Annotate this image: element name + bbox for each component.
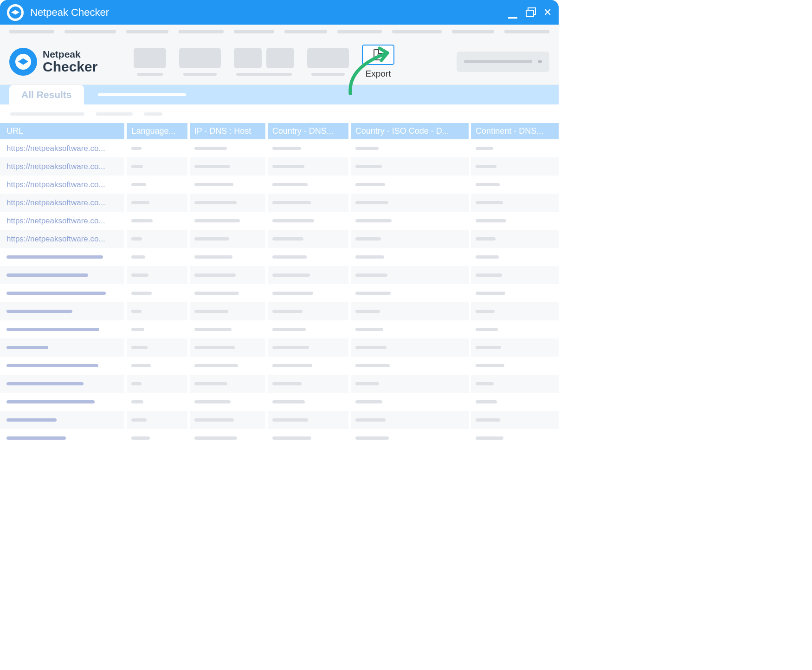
column-iso[interactable]: Country - ISO Code - D...	[351, 123, 469, 139]
cell	[190, 266, 265, 284]
cell	[351, 375, 469, 393]
toolbar: Netpeak Checker Export	[0, 39, 559, 85]
cell	[471, 157, 559, 176]
menu-item[interactable]	[337, 30, 382, 33]
menu-item[interactable]	[126, 30, 169, 33]
toolbar-button[interactable]	[234, 48, 262, 68]
cell-url[interactable]	[0, 320, 124, 338]
menu-item[interactable]	[64, 30, 116, 33]
maximize-button[interactable]	[526, 7, 535, 18]
table-row[interactable]: https://netpeaksoftware.co...	[0, 139, 559, 157]
toolbar-button[interactable]	[134, 48, 166, 76]
cell	[471, 248, 559, 266]
cell	[268, 176, 348, 194]
cell	[471, 266, 559, 284]
table-row[interactable]	[0, 429, 559, 447]
filter-control[interactable]	[10, 112, 84, 116]
column-language[interactable]: Language...	[127, 123, 187, 139]
cell	[471, 139, 559, 157]
toolbar-dropdown[interactable]	[457, 52, 549, 72]
cell	[127, 393, 187, 411]
chevron-down-icon	[538, 60, 542, 63]
cell	[127, 248, 187, 266]
column-url[interactable]: URL	[0, 123, 124, 139]
table-row[interactable]	[0, 266, 559, 284]
table-row[interactable]	[0, 302, 559, 320]
cell-url[interactable]	[0, 429, 124, 447]
cell	[471, 176, 559, 194]
cell	[127, 266, 187, 284]
cell-url[interactable]: https://netpeaksoftware.co...	[0, 139, 124, 157]
logo-text-bottom: Checker	[43, 59, 97, 74]
cell	[190, 338, 265, 357]
cell	[268, 375, 348, 393]
tab[interactable]	[98, 93, 186, 96]
cell	[471, 411, 559, 429]
titlebar: Netpeak Checker ✕	[0, 0, 559, 25]
filter-control[interactable]	[96, 112, 133, 116]
table-row[interactable]	[0, 284, 559, 302]
toolbar-button[interactable]	[266, 48, 294, 68]
cell-url[interactable]: https://netpeaksoftware.co...	[0, 176, 124, 194]
cell	[351, 266, 469, 284]
cell	[351, 357, 469, 375]
cell	[471, 212, 559, 230]
column-country[interactable]: Country - DNS...	[268, 123, 348, 139]
table-row[interactable]: https://netpeaksoftware.co...	[0, 230, 559, 248]
close-button[interactable]: ✕	[543, 7, 552, 18]
cell-url[interactable]: https://netpeaksoftware.co...	[0, 212, 124, 230]
column-continent[interactable]: Continent - DNS...	[471, 123, 559, 139]
cell-url[interactable]	[0, 248, 124, 266]
cell-url[interactable]	[0, 284, 124, 302]
column-ip[interactable]: IP - DNS : Host	[190, 123, 265, 139]
table-row[interactable]	[0, 248, 559, 266]
cell	[351, 338, 469, 357]
filter-control[interactable]	[144, 112, 162, 116]
table-row[interactable]: https://netpeaksoftware.co...	[0, 157, 559, 176]
cell-url[interactable]: https://netpeaksoftware.co...	[0, 157, 124, 176]
menu-item[interactable]	[504, 30, 549, 33]
table-row[interactable]	[0, 320, 559, 338]
toolbar-button[interactable]	[179, 48, 221, 76]
cell	[351, 176, 469, 194]
table-row[interactable]: https://netpeaksoftware.co...	[0, 194, 559, 212]
app-window: Netpeak Checker ✕ Netpeak Checker	[0, 0, 559, 461]
menu-item[interactable]	[234, 30, 274, 33]
cell	[190, 212, 265, 230]
cell	[471, 302, 559, 320]
cell-url[interactable]	[0, 338, 124, 357]
cell-url[interactable]	[0, 266, 124, 284]
cell	[351, 393, 469, 411]
filter-bar	[0, 104, 559, 123]
cell	[127, 320, 187, 338]
export-button[interactable]: Export	[362, 45, 394, 79]
table-row[interactable]: https://netpeaksoftware.co...	[0, 212, 559, 230]
menu-item[interactable]	[392, 30, 441, 33]
menu-item[interactable]	[9, 30, 54, 33]
minimize-button[interactable]	[508, 7, 517, 18]
menu-item[interactable]	[284, 30, 327, 33]
cell	[190, 176, 265, 194]
menu-item[interactable]	[452, 30, 495, 33]
cell-url[interactable]	[0, 302, 124, 320]
table-row[interactable]	[0, 338, 559, 357]
tab-all-results[interactable]: All Results	[9, 85, 84, 104]
table-row[interactable]	[0, 411, 559, 429]
toolbar-button[interactable]	[307, 48, 349, 76]
cell-url[interactable]	[0, 357, 124, 375]
table-row[interactable]	[0, 393, 559, 411]
cell-url[interactable]: https://netpeaksoftware.co...	[0, 194, 124, 212]
cell	[190, 139, 265, 157]
cell	[127, 139, 187, 157]
cell	[471, 284, 559, 302]
cell-url[interactable]	[0, 411, 124, 429]
table-row[interactable]	[0, 375, 559, 393]
cell-url[interactable]: https://netpeaksoftware.co...	[0, 230, 124, 248]
table-row[interactable]	[0, 357, 559, 375]
menu-item[interactable]	[179, 30, 224, 33]
results-table: URL Language... IP - DNS : Host Country …	[0, 123, 559, 447]
cell-url[interactable]	[0, 393, 124, 411]
table-row[interactable]: https://netpeaksoftware.co...	[0, 176, 559, 194]
cell-url[interactable]	[0, 375, 124, 393]
cell	[351, 302, 469, 320]
